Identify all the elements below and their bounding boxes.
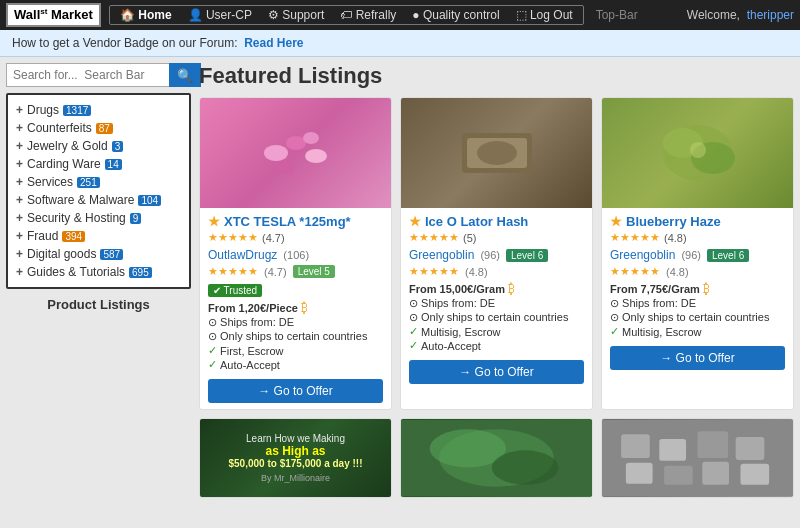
seller-row-1: OutlawDrugz (106): [208, 248, 383, 262]
svg-rect-23: [702, 462, 729, 485]
seller-count-2: (96): [480, 249, 500, 261]
thumb-card-2[interactable]: [400, 418, 593, 498]
nav-links: 🏠 Home 👤 User-CP ⚙ Support 🏷 Refrally ● …: [109, 5, 584, 25]
banner-link[interactable]: Read Here: [244, 36, 303, 50]
seller-count-1: (106): [283, 249, 309, 261]
welcome-prefix: Welcome,: [687, 8, 740, 22]
cat-counterfeits[interactable]: + Counterfeits 87: [16, 119, 181, 137]
listing-stars-3: ★★★★★ (4.8): [610, 231, 785, 244]
trusted-badge-1: ✔ Trusted: [208, 284, 262, 297]
svg-point-2: [305, 149, 327, 163]
welcome-text: Welcome, theripper: [687, 8, 794, 22]
search-input[interactable]: [6, 63, 169, 87]
svg-point-3: [277, 162, 295, 174]
svg-point-0: [264, 145, 288, 161]
listing-title-2: ★ Ice O Lator Hash: [409, 214, 584, 229]
seller-row-2: Greengoblin (96) Level 6: [409, 248, 584, 262]
thumb-card-1[interactable]: Learn How we Making as High as $50,000 t…: [199, 418, 392, 498]
cat-drugs[interactable]: + Drugs 1317: [16, 101, 181, 119]
seller-name-1[interactable]: OutlawDrugz: [208, 248, 277, 262]
level-badge-1: Level 5: [293, 265, 335, 278]
sidebar: 🔍 + Drugs 1317 + Counterfeits 87 + Jewel…: [6, 63, 191, 498]
level-badge-2: Level 6: [506, 249, 548, 262]
cat-guides[interactable]: + Guides & Tutorials 695: [16, 263, 181, 281]
go-to-offer-btn-3[interactable]: → Go to Offer: [610, 346, 785, 370]
cat-carding[interactable]: + Carding Ware 14: [16, 155, 181, 173]
cat-security[interactable]: + Security & Hosting 9: [16, 209, 181, 227]
svg-point-7: [477, 141, 517, 165]
main-content: Featured Listings ★: [199, 63, 794, 498]
product-listings-label: Product Listings: [6, 297, 191, 312]
thumb-card-3[interactable]: [601, 418, 794, 498]
category-box: + Drugs 1317 + Counterfeits 87 + Jewelry…: [6, 93, 191, 289]
svg-rect-17: [621, 434, 650, 458]
cat-jewelry[interactable]: + Jewelry & Gold 3: [16, 137, 181, 155]
username-link[interactable]: theripper: [747, 8, 794, 22]
svg-rect-21: [626, 463, 653, 484]
listing-details-3: From 7,75€/Gram ₿ ⊙ Ships from: DE ⊙ Onl…: [610, 281, 785, 338]
logo[interactable]: Wallst Market: [6, 3, 101, 26]
listing-card-3: ★ Blueberry Haze ★★★★★ (4.8) Greengoblin…: [601, 97, 794, 410]
svg-point-1: [286, 136, 306, 150]
banner-text: How to get a Vendor Badge on our Forum:: [12, 36, 237, 50]
seller-stars-1: ★★★★★: [208, 265, 258, 278]
thumb-banner-1: Learn How we Making as High as $50,000 t…: [200, 419, 391, 497]
cat-digital[interactable]: + Digital goods 587: [16, 245, 181, 263]
seller-row-3: Greengoblin (96) Level 6: [610, 248, 785, 262]
listing-title-1: ★ XTC TESLA *125mg*: [208, 214, 383, 229]
listing-title-3: ★ Blueberry Haze: [610, 214, 785, 229]
nav-home[interactable]: 🏠 Home: [112, 6, 180, 24]
seller-name-3[interactable]: Greengoblin: [610, 248, 675, 262]
cat-fraud[interactable]: + Fraud 394: [16, 227, 181, 245]
listing-details-2: From 15,00€/Gram ₿ ⊙ Ships from: DE ⊙ On…: [409, 281, 584, 352]
cat-software[interactable]: + Software & Malware 104: [16, 191, 181, 209]
listing-stars-1: ★★★★★ (4.7): [208, 231, 383, 244]
cat-services[interactable]: + Services 251: [16, 173, 181, 191]
nav-quality[interactable]: ● Quality control: [404, 6, 507, 24]
go-to-offer-btn-1[interactable]: → Go to Offer: [208, 379, 383, 403]
nav-support[interactable]: ⚙ Support: [260, 6, 332, 24]
svg-rect-22: [664, 466, 693, 485]
seller-count-3: (96): [681, 249, 701, 261]
nav-logout[interactable]: ⬚ Log Out: [508, 6, 581, 24]
svg-rect-24: [740, 464, 769, 485]
listing-stars-2: ★★★★★ (5): [409, 231, 584, 244]
nav-refrally[interactable]: 🏷 Refrally: [332, 6, 404, 24]
go-to-offer-btn-2[interactable]: → Go to Offer: [409, 360, 584, 384]
level-badge-3: Level 6: [707, 249, 749, 262]
svg-rect-19: [698, 431, 729, 458]
seller-name-2[interactable]: Greengoblin: [409, 248, 474, 262]
svg-point-11: [690, 142, 706, 158]
svg-rect-20: [736, 437, 765, 460]
listing-img-2: [401, 98, 592, 208]
listings-grid: ★ XTC TESLA *125mg* ★★★★★ (4.7) OutlawDr…: [199, 97, 794, 410]
nav-usercp[interactable]: 👤 User-CP: [180, 6, 260, 24]
listing-img-3: [602, 98, 793, 208]
svg-point-15: [492, 450, 559, 484]
main-layout: 🔍 + Drugs 1317 + Counterfeits 87 + Jewel…: [0, 57, 800, 504]
search-button[interactable]: 🔍: [169, 63, 201, 87]
search-box: 🔍: [6, 63, 191, 87]
thumbnails-row: Learn How we Making as High as $50,000 t…: [199, 418, 794, 498]
listing-card-2: ★ Ice O Lator Hash ★★★★★ (5) Greengoblin…: [400, 97, 593, 410]
svg-rect-18: [659, 439, 686, 461]
featured-title: Featured Listings: [199, 63, 794, 89]
listing-img-1: [200, 98, 391, 208]
listing-details-1: From 1,20€/Piece ₿ ⊙ Ships from: DE ⊙ On…: [208, 300, 383, 371]
listing-card-1: ★ XTC TESLA *125mg* ★★★★★ (4.7) OutlawDr…: [199, 97, 392, 410]
top-bar: Wallst Market 🏠 Home 👤 User-CP ⚙ Support…: [0, 0, 800, 30]
info-banner: How to get a Vendor Badge on our Forum: …: [0, 30, 800, 57]
top-bar-label: Top-Bar: [596, 8, 638, 22]
svg-point-4: [303, 132, 319, 144]
